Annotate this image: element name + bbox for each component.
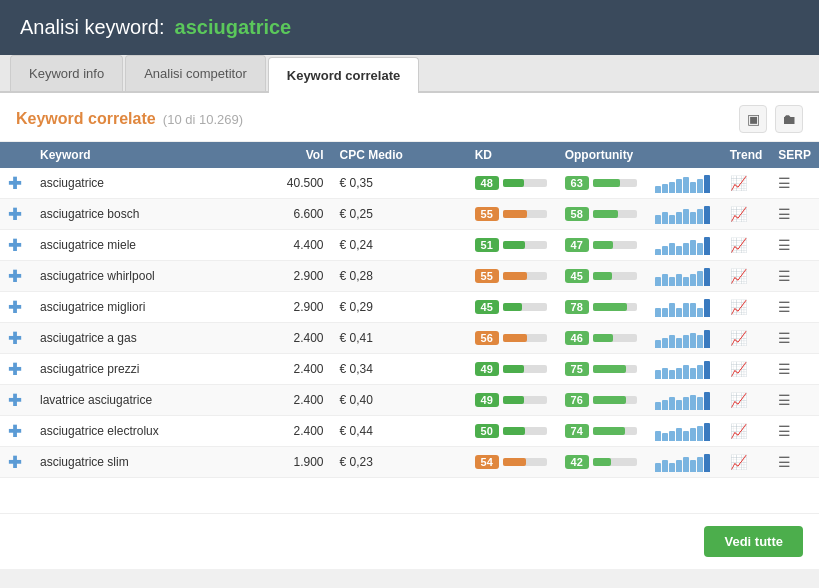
trend-icon[interactable]: 📈 [730, 392, 747, 408]
add-keyword-btn[interactable]: ✚ [8, 423, 21, 440]
table-row: ✚asciugatrice a gas2.400€ 0,41 56 46 📈☰ [0, 323, 819, 354]
trend-icon[interactable]: 📈 [730, 237, 747, 253]
trend-cell[interactable]: 📈 [722, 354, 771, 385]
trend-icon[interactable]: 📈 [730, 330, 747, 346]
copy-icon-btn[interactable]: ▣ [739, 105, 767, 133]
table-row: ✚asciugatrice electrolux2.400€ 0,44 50 7… [0, 416, 819, 447]
serp-cell[interactable]: ☰ [770, 261, 819, 292]
serp-cell[interactable]: ☰ [770, 168, 819, 199]
vol-cell: 2.400 [261, 416, 331, 447]
cpc-cell: € 0,29 [331, 292, 466, 323]
chart-cell [647, 354, 722, 385]
footer-bar: Vedi tutte [0, 513, 819, 569]
add-keyword-btn[interactable]: ✚ [8, 268, 21, 285]
trend-cell[interactable]: 📈 [722, 323, 771, 354]
trend-cell[interactable]: 📈 [722, 416, 771, 447]
table-row: ✚asciugatrice migliori2.900€ 0,29 45 78 … [0, 292, 819, 323]
add-keyword-btn[interactable]: ✚ [8, 175, 21, 192]
serp-icon[interactable]: ☰ [778, 423, 791, 439]
vol-cell: 2.900 [261, 292, 331, 323]
col-trend: Trend [722, 142, 771, 168]
serp-icon[interactable]: ☰ [778, 299, 791, 315]
serp-icon[interactable]: ☰ [778, 392, 791, 408]
kd-cell: 49 [467, 385, 557, 416]
serp-cell[interactable]: ☰ [770, 447, 819, 478]
section-title: Keyword correlate (10 di 10.269) [16, 110, 243, 128]
header-title: Analisi keyword: [20, 16, 165, 39]
serp-icon[interactable]: ☰ [778, 268, 791, 284]
vol-cell: 6.600 [261, 199, 331, 230]
add-keyword-btn[interactable]: ✚ [8, 330, 21, 347]
add-keyword-btn[interactable]: ✚ [8, 361, 21, 378]
serp-cell[interactable]: ☰ [770, 199, 819, 230]
opp-cell: 78 [557, 292, 647, 323]
add-keyword-btn[interactable]: ✚ [8, 206, 21, 223]
col-cpc: CPC Medio [331, 142, 466, 168]
add-keyword-btn[interactable]: ✚ [8, 237, 21, 254]
table-row: ✚asciugatrice bosch6.600€ 0,25 55 58 📈☰ [0, 199, 819, 230]
trend-cell[interactable]: 📈 [722, 168, 771, 199]
table-header-row: Keyword Vol CPC Medio KD Opportunity Tre… [0, 142, 819, 168]
trend-cell[interactable]: 📈 [722, 385, 771, 416]
tab-keyword-info[interactable]: Keyword info [10, 55, 123, 91]
header: Analisi keyword: asciugatrice [0, 0, 819, 55]
header-keyword: asciugatrice [175, 16, 292, 39]
chart-cell [647, 261, 722, 292]
trend-cell[interactable]: 📈 [722, 261, 771, 292]
keyword-table: Keyword Vol CPC Medio KD Opportunity Tre… [0, 142, 819, 478]
trend-icon[interactable]: 📈 [730, 423, 747, 439]
serp-icon[interactable]: ☰ [778, 237, 791, 253]
table-row: ✚asciugatrice40.500€ 0,35 48 63 📈☰ [0, 168, 819, 199]
vol-cell: 2.900 [261, 261, 331, 292]
serp-icon[interactable]: ☰ [778, 175, 791, 191]
trend-icon[interactable]: 📈 [730, 454, 747, 470]
opp-cell: 75 [557, 354, 647, 385]
serp-cell[interactable]: ☰ [770, 416, 819, 447]
opp-cell: 63 [557, 168, 647, 199]
trend-cell[interactable]: 📈 [722, 292, 771, 323]
vol-cell: 4.400 [261, 230, 331, 261]
trend-icon[interactable]: 📈 [730, 175, 747, 191]
trend-cell[interactable]: 📈 [722, 447, 771, 478]
database-icon-btn[interactable]: 🖿 [775, 105, 803, 133]
add-keyword-btn[interactable]: ✚ [8, 454, 21, 471]
vol-cell: 2.400 [261, 385, 331, 416]
tab-keyword-correlate[interactable]: Keyword correlate [268, 57, 419, 93]
trend-cell[interactable]: 📈 [722, 199, 771, 230]
col-serp: SERP [770, 142, 819, 168]
tab-analisi-competitor[interactable]: Analisi competitor [125, 55, 266, 91]
trend-icon[interactable]: 📈 [730, 268, 747, 284]
serp-icon[interactable]: ☰ [778, 454, 791, 470]
opp-cell: 47 [557, 230, 647, 261]
trend-cell[interactable]: 📈 [722, 230, 771, 261]
cpc-cell: € 0,34 [331, 354, 466, 385]
keyword-cell: asciugatrice migliori [32, 292, 261, 323]
serp-icon[interactable]: ☰ [778, 361, 791, 377]
opp-cell: 45 [557, 261, 647, 292]
serp-cell[interactable]: ☰ [770, 354, 819, 385]
cpc-cell: € 0,44 [331, 416, 466, 447]
serp-cell[interactable]: ☰ [770, 385, 819, 416]
kd-cell: 55 [467, 199, 557, 230]
serp-icon[interactable]: ☰ [778, 206, 791, 222]
kd-cell: 54 [467, 447, 557, 478]
serp-cell[interactable]: ☰ [770, 230, 819, 261]
serp-icon[interactable]: ☰ [778, 330, 791, 346]
add-keyword-btn[interactable]: ✚ [8, 392, 21, 409]
serp-cell[interactable]: ☰ [770, 323, 819, 354]
table-row: ✚asciugatrice prezzi2.400€ 0,34 49 75 📈☰ [0, 354, 819, 385]
opp-cell: 76 [557, 385, 647, 416]
section-header: Keyword correlate (10 di 10.269) ▣ 🖿 [0, 93, 819, 142]
trend-icon[interactable]: 📈 [730, 206, 747, 222]
serp-cell[interactable]: ☰ [770, 292, 819, 323]
cpc-cell: € 0,23 [331, 447, 466, 478]
opp-cell: 74 [557, 416, 647, 447]
add-keyword-btn[interactable]: ✚ [8, 299, 21, 316]
trend-icon[interactable]: 📈 [730, 299, 747, 315]
trend-icon[interactable]: 📈 [730, 361, 747, 377]
cpc-cell: € 0,41 [331, 323, 466, 354]
cpc-cell: € 0,35 [331, 168, 466, 199]
vedi-tutte-button[interactable]: Vedi tutte [704, 526, 803, 557]
table-row: ✚asciugatrice whirlpool2.900€ 0,28 55 45… [0, 261, 819, 292]
keyword-cell: asciugatrice electrolux [32, 416, 261, 447]
